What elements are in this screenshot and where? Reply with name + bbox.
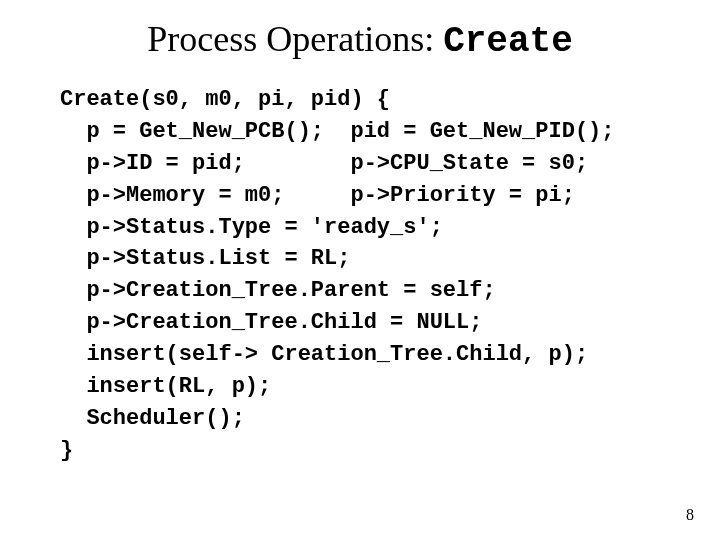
code-line: insert(RL, p); bbox=[60, 374, 271, 399]
code-line: p->Creation_Tree.Parent = self; bbox=[60, 278, 496, 303]
code-line: p->Status.Type = 'ready_s'; bbox=[60, 215, 443, 240]
code-line: p->Status.List = RL; bbox=[60, 246, 350, 271]
code-line: p = Get_New_PCB(); pid = Get_New_PID(); bbox=[60, 119, 615, 144]
code-line: Scheduler(); bbox=[60, 406, 245, 431]
code-line: p->Memory = m0; p->Priority = pi; bbox=[60, 183, 575, 208]
code-line: } bbox=[60, 438, 73, 463]
code-block: Create(s0, m0, pi, pid) { p = Get_New_PC… bbox=[60, 84, 660, 467]
slide: Process Operations: Create Create(s0, m0… bbox=[0, 0, 720, 467]
code-line: p->ID = pid; p->CPU_State = s0; bbox=[60, 151, 588, 176]
title-mono: Create bbox=[443, 21, 573, 62]
slide-title: Process Operations: Create bbox=[60, 18, 660, 62]
code-line: Create(s0, m0, pi, pid) { bbox=[60, 87, 390, 112]
title-prefix: Process Operations: bbox=[147, 19, 443, 59]
page-number: 8 bbox=[686, 506, 694, 524]
code-line: insert(self-> Creation_Tree.Child, p); bbox=[60, 342, 588, 367]
code-line: p->Creation_Tree.Child = NULL; bbox=[60, 310, 482, 335]
